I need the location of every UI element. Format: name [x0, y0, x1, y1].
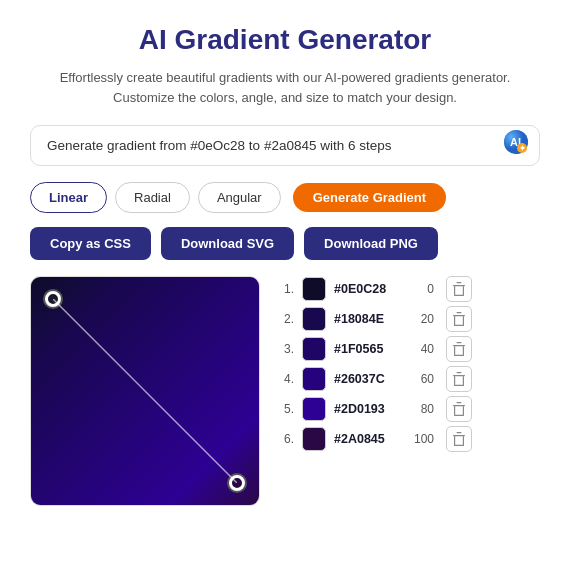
- gradient-canvas: [31, 277, 259, 505]
- stop-swatch[interactable]: [302, 337, 326, 361]
- delete-stop-button[interactable]: [446, 276, 472, 302]
- stop-position: 60: [406, 372, 434, 386]
- svg-rect-26: [453, 405, 465, 406]
- svg-rect-20: [454, 355, 464, 356]
- stop-number: 1.: [278, 282, 294, 296]
- action-row: Copy as CSS Download SVG Download PNG: [30, 227, 540, 260]
- svg-rect-21: [453, 375, 465, 376]
- svg-rect-28: [454, 406, 455, 415]
- ai-icon: AI ✦: [503, 129, 529, 155]
- svg-rect-16: [453, 345, 465, 346]
- stop-swatch[interactable]: [302, 397, 326, 421]
- svg-rect-23: [454, 376, 455, 385]
- delete-stop-button[interactable]: [446, 426, 472, 452]
- svg-rect-31: [453, 435, 465, 436]
- svg-rect-24: [463, 376, 464, 385]
- stop-row: 2. #18084E 20: [278, 306, 540, 332]
- stop-swatch[interactable]: [302, 277, 326, 301]
- svg-rect-15: [454, 325, 464, 326]
- delete-stop-button[interactable]: [446, 366, 472, 392]
- svg-rect-25: [454, 385, 464, 386]
- svg-rect-29: [463, 406, 464, 415]
- type-angular[interactable]: Angular: [198, 182, 281, 213]
- stop-position: 0: [406, 282, 434, 296]
- stop-row: 3. #1F0565 40: [278, 336, 540, 362]
- handle-end[interactable]: [229, 475, 245, 491]
- stop-row: 1. #0E0C28 0: [278, 276, 540, 302]
- stop-position: 100: [406, 432, 434, 446]
- stops-list: 1. #0E0C28 0 2. #18084E 20: [278, 276, 540, 506]
- stop-number: 5.: [278, 402, 294, 416]
- stop-position: 80: [406, 402, 434, 416]
- stop-row: 4. #26037C 60: [278, 366, 540, 392]
- svg-rect-22: [457, 372, 462, 373]
- svg-rect-17: [457, 342, 462, 343]
- svg-rect-10: [454, 295, 464, 296]
- delete-stop-button[interactable]: [446, 396, 472, 422]
- svg-rect-13: [454, 316, 455, 325]
- delete-stop-button[interactable]: [446, 336, 472, 362]
- gradient-preview: [30, 276, 260, 506]
- download-svg-button[interactable]: Download SVG: [161, 227, 294, 260]
- stop-hex: #18084E: [334, 312, 398, 326]
- prompt-text: Generate gradient from #0eOc28 to #2a084…: [47, 138, 391, 153]
- svg-rect-34: [463, 436, 464, 445]
- svg-rect-19: [463, 346, 464, 355]
- svg-rect-33: [454, 436, 455, 445]
- stop-hex: #2A0845: [334, 432, 398, 446]
- svg-rect-12: [457, 312, 462, 313]
- stop-swatch[interactable]: [302, 427, 326, 451]
- copy-css-button[interactable]: Copy as CSS: [30, 227, 151, 260]
- delete-stop-button[interactable]: [446, 306, 472, 332]
- svg-rect-8: [454, 286, 455, 295]
- svg-rect-6: [453, 285, 465, 286]
- svg-rect-35: [454, 445, 464, 446]
- svg-rect-9: [463, 286, 464, 295]
- stop-row: 5. #2D0193 80: [278, 396, 540, 422]
- handle-start[interactable]: [45, 291, 61, 307]
- stop-number: 4.: [278, 372, 294, 386]
- download-png-button[interactable]: Download PNG: [304, 227, 438, 260]
- stop-number: 2.: [278, 312, 294, 326]
- stop-swatch[interactable]: [302, 307, 326, 331]
- svg-rect-30: [454, 415, 464, 416]
- type-linear[interactable]: Linear: [30, 182, 107, 213]
- stop-hex: #1F0565: [334, 342, 398, 356]
- svg-rect-18: [454, 346, 455, 355]
- svg-text:✦: ✦: [519, 144, 526, 153]
- svg-rect-32: [457, 432, 462, 433]
- svg-rect-11: [453, 315, 465, 316]
- stop-hex: #26037C: [334, 372, 398, 386]
- stop-row: 6. #2A0845 100: [278, 426, 540, 452]
- stop-position: 40: [406, 342, 434, 356]
- page-subtitle: Effortlessly create beautiful gradients …: [30, 68, 540, 107]
- type-radial[interactable]: Radial: [115, 182, 190, 213]
- generate-button[interactable]: Generate Gradient: [293, 183, 446, 212]
- prompt-container: Generate gradient from #0eOc28 to #2a084…: [30, 125, 540, 166]
- svg-rect-14: [463, 316, 464, 325]
- stop-swatch[interactable]: [302, 367, 326, 391]
- stop-hex: #0E0C28: [334, 282, 398, 296]
- stop-position: 20: [406, 312, 434, 326]
- svg-rect-27: [457, 402, 462, 403]
- stop-number: 3.: [278, 342, 294, 356]
- stop-hex: #2D0193: [334, 402, 398, 416]
- page-title: AI Gradient Generator: [30, 24, 540, 56]
- svg-rect-7: [457, 282, 462, 283]
- type-row: Linear Radial Angular Generate Gradient: [30, 182, 540, 213]
- stop-number: 6.: [278, 432, 294, 446]
- main-area: 1. #0E0C28 0 2. #18084E 20: [30, 276, 540, 506]
